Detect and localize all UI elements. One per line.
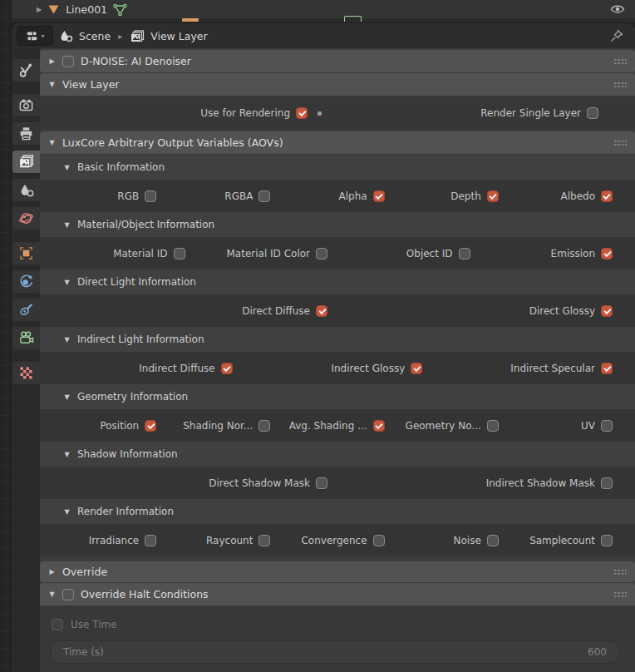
tab-view-layer[interactable] bbox=[12, 151, 40, 173]
checkbox[interactable] bbox=[601, 190, 613, 202]
checkbox[interactable] bbox=[373, 535, 385, 546]
aov-label: Depth bbox=[450, 190, 481, 202]
subpanel-header-render-info[interactable]: ▼ Render Information bbox=[40, 499, 635, 524]
aov-toggle-indirect-shadow-mask[interactable]: Indirect Shadow Mask bbox=[335, 477, 620, 489]
pin-icon[interactable] bbox=[610, 29, 623, 42]
checkbox[interactable] bbox=[601, 420, 613, 432]
subpanel-header-direct-light[interactable]: ▼ Direct Light Information bbox=[40, 269, 635, 294]
panel-header-aovs[interactable]: ▼ LuxCore Arbitrary Output Variables (AO… bbox=[40, 131, 635, 154]
outliner-row-line001[interactable]: ▶ Line001 bbox=[12, 0, 635, 18]
checkbox[interactable] bbox=[601, 535, 613, 546]
aov-toggle-indirect-diffuse[interactable]: Indirect Diffuse bbox=[50, 363, 240, 374]
aov-row-basic: RGB RGBA Alpha Depth Albedo bbox=[40, 180, 635, 212]
aov-toggle-indirect-specular[interactable]: Indirect Specular bbox=[430, 363, 620, 374]
aov-label: Noise bbox=[454, 535, 481, 546]
aov-toggle-geometry-normal[interactable]: Geometry No... bbox=[392, 420, 506, 432]
tab-output[interactable] bbox=[12, 122, 40, 145]
outliner-item-label[interactable]: Line001 bbox=[66, 3, 107, 16]
checkbox[interactable] bbox=[487, 535, 499, 546]
checkbox[interactable] bbox=[601, 363, 613, 374]
panel-grip-handle[interactable] bbox=[613, 590, 627, 599]
aov-toggle-emission[interactable]: Emission bbox=[478, 248, 621, 259]
tab-physics[interactable] bbox=[12, 270, 40, 293]
panel-header-view-layer[interactable]: ▼ View Layer bbox=[40, 73, 635, 96]
editor-type-button[interactable]: ▾ bbox=[17, 26, 53, 46]
aov-toggle-indirect-glossy[interactable]: Indirect Glossy bbox=[240, 363, 431, 374]
tab-object[interactable] bbox=[12, 242, 40, 264]
aov-toggle-material-id[interactable]: Material ID bbox=[50, 248, 193, 259]
use-for-rendering-toggle[interactable]: Use for Rendering bbox=[50, 107, 335, 119]
aov-toggle-rgb[interactable]: RGB bbox=[50, 190, 164, 202]
disclosure-down-icon: ▼ bbox=[63, 508, 71, 516]
aov-toggle-samplecount[interactable]: Samplecount bbox=[506, 535, 620, 546]
subpanel-header-material-object[interactable]: ▼ Material/Object Information bbox=[40, 212, 635, 237]
checkbox[interactable] bbox=[316, 477, 327, 489]
time-seconds-slider: Time (s) 600 bbox=[50, 640, 620, 664]
panel-header-dnoise[interactable]: ▶ D-NOISE: AI Denoiser bbox=[40, 50, 635, 72]
subpanel-header-basic-information[interactable]: ▼ Basic Information bbox=[40, 155, 635, 180]
checkbox[interactable] bbox=[145, 420, 156, 432]
checkbox[interactable] bbox=[258, 420, 270, 432]
tab-constraints[interactable] bbox=[12, 299, 40, 321]
checkbox[interactable] bbox=[258, 190, 270, 202]
aov-toggle-noise[interactable]: Noise bbox=[392, 535, 506, 546]
dnoise-enable-checkbox[interactable] bbox=[62, 56, 74, 67]
checkbox[interactable] bbox=[601, 305, 613, 317]
checkbox[interactable] bbox=[145, 535, 156, 546]
panel-grip-handle[interactable] bbox=[613, 139, 627, 147]
aov-toggle-object-id[interactable]: Object ID bbox=[335, 248, 478, 259]
render-single-layer-toggle[interactable]: Render Single Layer bbox=[335, 107, 620, 119]
aov-toggle-depth[interactable]: Depth bbox=[392, 190, 506, 202]
checkbox[interactable] bbox=[145, 190, 156, 202]
checkbox[interactable] bbox=[487, 420, 499, 432]
aov-row-indirect-light: Indirect Diffuse Indirect Glossy Indirec… bbox=[40, 352, 635, 384]
aov-toggle-direct-diffuse[interactable]: Direct Diffuse bbox=[50, 305, 335, 317]
aov-toggle-direct-shadow-mask[interactable]: Direct Shadow Mask bbox=[50, 477, 335, 489]
panel-grip-handle[interactable] bbox=[613, 81, 627, 89]
panel-grip-handle[interactable] bbox=[613, 568, 627, 576]
checkbox[interactable] bbox=[373, 420, 385, 432]
checkbox[interactable] bbox=[601, 477, 613, 489]
aov-toggle-convergence[interactable]: Convergence bbox=[278, 535, 391, 546]
subpanel-header-geometry[interactable]: ▼ Geometry Information bbox=[40, 384, 635, 409]
checkbox[interactable] bbox=[221, 363, 233, 374]
checkbox[interactable] bbox=[316, 305, 327, 317]
checkbox[interactable] bbox=[411, 363, 422, 374]
aov-toggle-alpha[interactable]: Alpha bbox=[278, 190, 391, 202]
aov-toggle-direct-glossy[interactable]: Direct Glossy bbox=[335, 305, 620, 317]
subpanel-header-indirect-light[interactable]: ▼ Indirect Light Information bbox=[40, 327, 635, 352]
panel-header-override[interactable]: ▶ Override bbox=[40, 561, 635, 582]
expand-arrow-icon[interactable]: ▶ bbox=[37, 6, 42, 13]
halt-enable-checkbox[interactable] bbox=[62, 589, 74, 600]
checkbox[interactable] bbox=[316, 248, 327, 259]
aov-toggle-shading-normal[interactable]: Shading Nor... bbox=[164, 420, 278, 432]
checkbox[interactable] bbox=[487, 190, 499, 202]
aov-toggle-position[interactable]: Position bbox=[50, 420, 164, 432]
aov-toggle-raycount[interactable]: Raycount bbox=[164, 535, 278, 546]
aov-toggle-albedo[interactable]: Albedo bbox=[506, 190, 620, 202]
tab-scene[interactable] bbox=[12, 179, 40, 201]
decorator-dot-icon[interactable] bbox=[318, 111, 322, 116]
subpanel-header-shadow[interactable]: ▼ Shadow Information bbox=[40, 442, 635, 467]
aov-toggle-material-id-color[interactable]: Material ID Color bbox=[193, 248, 336, 259]
tab-tool[interactable] bbox=[12, 59, 40, 82]
checkbox[interactable] bbox=[296, 107, 308, 119]
panel-grip-handle[interactable] bbox=[613, 57, 627, 66]
checkbox[interactable] bbox=[174, 248, 185, 259]
aov-toggle-rgba[interactable]: RGBA bbox=[164, 190, 278, 202]
checkbox[interactable] bbox=[373, 190, 385, 202]
visibility-eye-icon[interactable] bbox=[610, 4, 625, 14]
aov-toggle-irradiance[interactable]: Irradiance bbox=[50, 535, 164, 546]
aov-toggle-uv[interactable]: UV bbox=[506, 420, 620, 432]
checkbox[interactable] bbox=[587, 107, 598, 119]
checkbox[interactable] bbox=[459, 248, 470, 259]
checkbox[interactable] bbox=[258, 535, 270, 546]
tab-object-data[interactable] bbox=[12, 327, 40, 349]
tab-texture[interactable] bbox=[12, 362, 40, 384]
tab-render[interactable] bbox=[12, 94, 40, 116]
aov-toggle-avg-shading-normal[interactable]: Avg. Shading ... bbox=[278, 420, 391, 432]
checkbox[interactable] bbox=[601, 248, 613, 259]
tab-world[interactable] bbox=[12, 207, 40, 230]
use-time-label: Use Time bbox=[71, 619, 117, 630]
panel-header-halt-conditions[interactable]: ▼ Override Halt Conditions bbox=[40, 583, 635, 605]
